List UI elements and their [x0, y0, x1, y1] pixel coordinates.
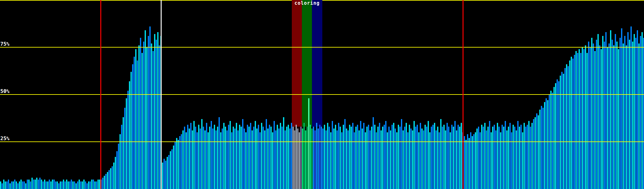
bar [157, 32, 158, 189]
bar [423, 130, 424, 189]
ytick-label-75: 75% [0, 41, 9, 47]
bar [453, 127, 454, 189]
bar [473, 134, 475, 189]
bar [472, 136, 473, 189]
bar [396, 132, 397, 189]
bar [638, 43, 640, 189]
bar [591, 38, 592, 189]
bar [170, 151, 171, 189]
bar [629, 40, 630, 189]
bar [425, 125, 426, 189]
bar [258, 125, 259, 189]
bar [569, 60, 570, 189]
bar [219, 117, 220, 189]
bar [231, 132, 232, 189]
bar [637, 30, 638, 189]
bar [520, 125, 522, 189]
bar [571, 57, 572, 189]
bar [267, 129, 269, 189]
bar [390, 130, 391, 189]
bar [79, 180, 80, 189]
bar [228, 125, 229, 189]
bar [277, 125, 278, 189]
bar [259, 132, 261, 189]
bar [138, 45, 140, 189]
bar [175, 142, 176, 189]
bar [236, 123, 237, 189]
bar [9, 183, 11, 189]
bar [505, 121, 506, 189]
bar [137, 60, 138, 189]
bar [511, 132, 512, 189]
bar [167, 157, 168, 189]
bar [270, 127, 272, 189]
bar [382, 127, 383, 189]
bar [46, 181, 47, 189]
bar [410, 129, 412, 189]
bar [366, 127, 368, 189]
bar [190, 123, 192, 189]
bar [363, 123, 364, 189]
bar [626, 45, 627, 189]
bar [539, 110, 541, 189]
bar [464, 136, 465, 189]
bar [522, 132, 523, 189]
bar [211, 121, 212, 189]
bar [204, 130, 206, 189]
gridline-50 [0, 94, 644, 95]
bar [6, 181, 8, 189]
bar [349, 125, 350, 189]
bar [418, 132, 419, 189]
coloring-band-red-phase [292, 0, 302, 127]
bar [547, 100, 548, 189]
bar [500, 132, 501, 189]
bar [321, 127, 322, 189]
bar [275, 130, 276, 189]
bar [597, 34, 599, 189]
bar [308, 98, 309, 189]
bar [641, 32, 643, 189]
bar [44, 180, 45, 189]
bar [16, 181, 17, 189]
bar [541, 106, 542, 189]
bar [74, 181, 75, 189]
bar [250, 123, 251, 189]
gridline-25 [0, 141, 644, 142]
bar [149, 26, 151, 189]
bar [314, 130, 316, 189]
bar [181, 134, 182, 189]
bar [568, 66, 569, 189]
bar [303, 123, 305, 189]
bar [495, 130, 497, 189]
bar [456, 130, 457, 189]
bar [459, 127, 460, 189]
bar [553, 87, 555, 189]
bar [215, 130, 217, 189]
bar [11, 181, 12, 189]
bar [546, 98, 547, 189]
bar [300, 127, 302, 189]
bar [586, 53, 588, 189]
bar [179, 136, 180, 189]
bar [90, 181, 91, 189]
bar [186, 132, 187, 189]
bar [36, 178, 37, 189]
bar [263, 127, 264, 189]
bar [469, 138, 470, 189]
bar [450, 132, 451, 189]
bar [230, 121, 231, 189]
bar [436, 130, 437, 189]
bar [602, 36, 603, 189]
bar [432, 125, 434, 189]
bar [354, 132, 355, 189]
bar [20, 180, 22, 189]
bar [590, 47, 591, 189]
bar [542, 108, 544, 189]
bar [497, 123, 498, 189]
bar [601, 49, 602, 189]
bar [341, 132, 342, 189]
bar [60, 181, 61, 189]
bar [412, 130, 413, 189]
bar [475, 132, 476, 189]
bar [25, 183, 26, 189]
